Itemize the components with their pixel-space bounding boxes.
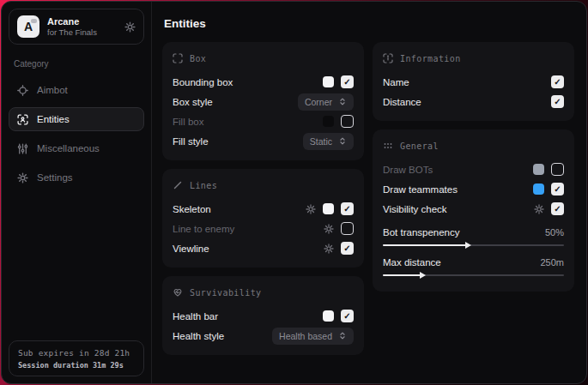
crosshair-icon: [17, 85, 28, 96]
line-icon: [173, 180, 183, 190]
check-icon: ✓: [554, 185, 561, 194]
fill-style-dropdown[interactable]: Static: [303, 133, 354, 150]
box-style-dropdown[interactable]: Corner: [298, 93, 354, 111]
session-duration-text: Session duration 31m 29s: [18, 361, 135, 370]
checkbox[interactable]: ✓: [341, 75, 354, 88]
entity-scan-icon: [17, 114, 28, 125]
setting-label: Health style: [173, 331, 224, 341]
sidebar-item-miscellaneous[interactable]: Miscellaneous: [9, 136, 144, 160]
brand-card: A Arcane for The Finals: [9, 9, 144, 45]
check-icon: ✓: [343, 244, 350, 253]
setting-row: Draw BOTs: [383, 159, 564, 179]
setting-label: Viewline: [173, 244, 209, 254]
setting-label: Bounding box: [173, 77, 233, 87]
slider-fill: [383, 274, 422, 276]
color-swatch[interactable]: [323, 116, 334, 127]
lines-section: Lines Skeleton ✓: [162, 169, 364, 268]
section-title: Lines: [190, 181, 217, 190]
setting-label: Draw teammates: [383, 184, 458, 195]
row-settings-gear-icon[interactable]: [324, 244, 334, 254]
slider-thumb[interactable]: [465, 242, 471, 249]
checkbox[interactable]: [341, 222, 354, 235]
row-settings-gear-icon[interactable]: [324, 224, 334, 234]
logo-tag: [31, 19, 37, 23]
color-swatch[interactable]: [533, 164, 544, 175]
checkbox[interactable]: ✓: [341, 310, 354, 322]
color-swatch[interactable]: [323, 76, 334, 87]
check-icon: ✓: [343, 312, 350, 321]
setting-row: Fill box: [173, 111, 354, 131]
brand-gear-icon[interactable]: [124, 21, 136, 33]
slider-value: 250m: [540, 257, 564, 268]
setting-row: Draw teammates ✓: [383, 179, 564, 199]
checkbox[interactable]: [341, 115, 354, 128]
setting-label: Distance: [383, 97, 421, 107]
setting-label: Fill box: [173, 117, 203, 127]
app-logo: A: [17, 15, 39, 38]
setting-row: Health bar ✓: [173, 306, 354, 326]
checkbox[interactable]: ✓: [341, 242, 354, 255]
setting-row: Viewline ✓: [173, 238, 354, 258]
information-section: Information Name ✓ Distance ✓: [373, 42, 574, 121]
row-settings-gear-icon[interactable]: [306, 204, 316, 214]
app-subtitle: for The Finals: [47, 27, 117, 38]
section-title: General: [400, 141, 439, 151]
check-icon: ✓: [554, 78, 561, 87]
sidebar-item-entities[interactable]: Entities: [9, 107, 144, 131]
section-title: Survivability: [190, 288, 261, 298]
color-swatch[interactable]: [323, 203, 334, 214]
bot-transparency-slider[interactable]: [383, 242, 564, 249]
sidebar-item-label: Miscellaneous: [37, 143, 100, 153]
page-title: Entities: [164, 17, 574, 30]
checkbox[interactable]: ✓: [551, 75, 564, 88]
section-title: Box: [190, 54, 206, 63]
max-distance-slider[interactable]: [383, 272, 564, 279]
gear-icon: [17, 172, 28, 183]
setting-row: Bounding box ✓: [173, 72, 354, 92]
checkbox[interactable]: ✓: [551, 202, 564, 215]
checkbox[interactable]: [551, 163, 564, 176]
sidebar-item-label: Aimbot: [37, 85, 68, 95]
setting-row: Line to enemy: [173, 219, 354, 238]
left-column: Box Bounding box ✓ Box style Corner: [162, 42, 364, 355]
checkbox[interactable]: ✓: [551, 183, 564, 196]
bounding-box-icon: [173, 53, 183, 63]
chevrons-up-down-icon: [338, 97, 347, 106]
sidebar-item-aimbot[interactable]: Aimbot: [9, 78, 144, 102]
sliders-icon: [17, 143, 28, 154]
category-label: Category: [14, 59, 139, 69]
slider-value: 50%: [545, 227, 564, 238]
setting-label: Skeleton: [173, 204, 211, 214]
check-icon: ✓: [554, 98, 561, 106]
setting-label: Name: [383, 77, 409, 87]
setting-row: Distance ✓: [383, 92, 564, 111]
slider-thumb[interactable]: [420, 272, 426, 279]
setting-label: Box style: [173, 97, 213, 107]
brand-text: Arcane for The Finals: [47, 16, 117, 38]
setting-row: Box style Corner: [173, 92, 354, 111]
color-swatch[interactable]: [533, 183, 544, 195]
survivability-section: Survivability Health bar ✓ Health style …: [162, 276, 364, 355]
dropdown-value: Corner: [305, 97, 332, 107]
sidebar-item-settings[interactable]: Settings: [9, 165, 144, 189]
max-distance-setting: Max distance 250m: [383, 254, 564, 279]
subscription-status-card: Sub expires in 28d 21h Session duration …: [9, 340, 144, 376]
checkbox[interactable]: ✓: [551, 95, 564, 108]
health-style-dropdown[interactable]: Health based: [272, 328, 354, 345]
grid-dots-icon: [383, 141, 393, 151]
sidebar: A Arcane for The Finals Category: [2, 2, 152, 383]
setting-row: Fill style Static: [173, 131, 354, 151]
setting-label: Line to enemy: [173, 224, 234, 234]
main-panel: Entities Box Bounding box: [152, 2, 586, 383]
color-swatch[interactable]: [323, 310, 334, 322]
slider-fill: [383, 244, 468, 246]
general-section: General Draw BOTs Draw teammates ✓: [373, 129, 574, 292]
check-icon: ✓: [554, 205, 561, 214]
setting-row: Health style Health based: [173, 326, 354, 346]
setting-label: Draw BOTs: [383, 165, 433, 175]
chevrons-up-down-icon: [338, 136, 347, 146]
checkbox[interactable]: ✓: [341, 202, 354, 215]
bot-transparency-setting: Bot transpenency 50%: [383, 224, 564, 249]
info-scan-icon: [383, 53, 393, 63]
row-settings-gear-icon[interactable]: [534, 204, 544, 214]
